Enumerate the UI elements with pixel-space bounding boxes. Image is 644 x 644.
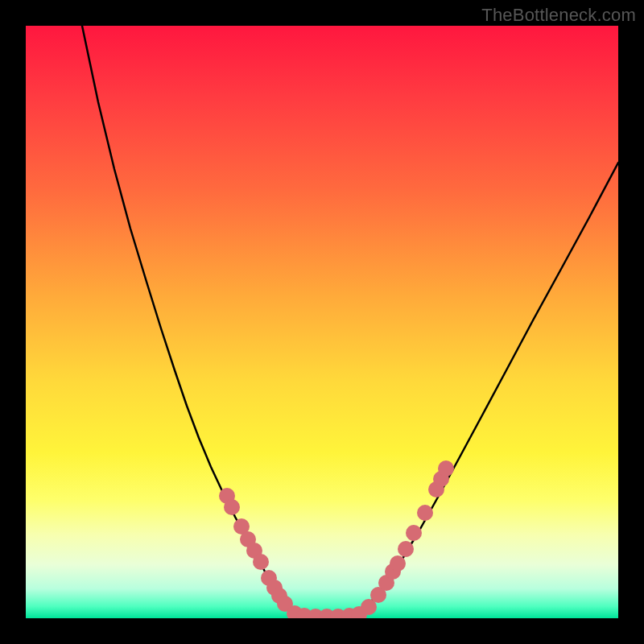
curve-markers-group bbox=[219, 460, 454, 618]
plot-area bbox=[26, 26, 618, 618]
watermark-text: TheBottleneck.com bbox=[481, 5, 636, 26]
bottleneck-curve bbox=[82, 26, 618, 617]
curve-marker bbox=[398, 541, 414, 557]
bottleneck-curve-svg bbox=[26, 26, 618, 618]
curve-marker bbox=[438, 460, 454, 477]
curve-marker bbox=[253, 554, 269, 570]
curve-marker bbox=[224, 499, 240, 515]
curve-marker bbox=[390, 555, 406, 572]
chart-frame: TheBottleneck.com bbox=[0, 0, 644, 644]
curve-marker bbox=[406, 525, 422, 541]
curve-marker bbox=[417, 505, 433, 521]
curve-path-group bbox=[82, 26, 618, 617]
